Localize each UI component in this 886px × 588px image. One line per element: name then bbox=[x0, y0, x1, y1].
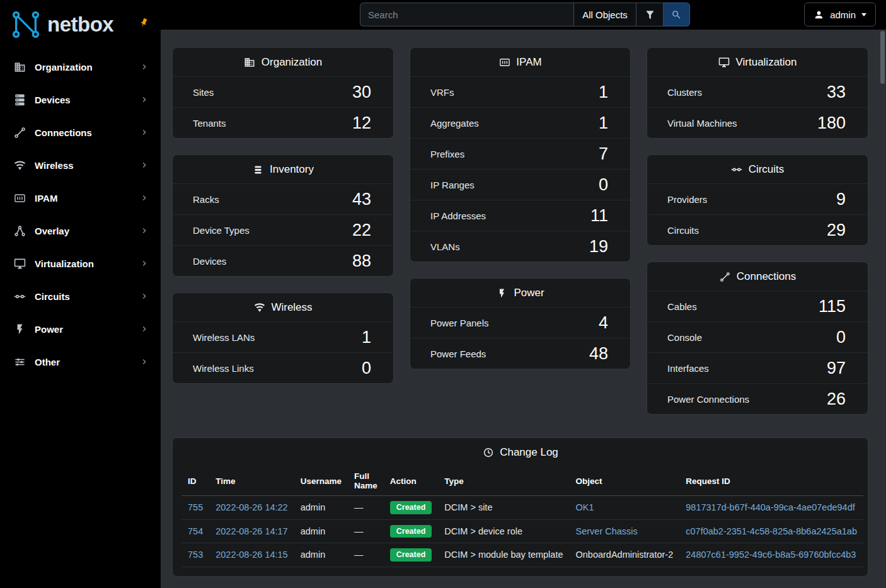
stat-value[interactable]: 0 bbox=[362, 359, 371, 378]
sidebar-item-label: Power bbox=[35, 324, 139, 335]
filter-button[interactable] bbox=[636, 3, 664, 26]
stack-icon bbox=[252, 164, 264, 176]
changelog-card: Change Log ID Time Username Full Name Ac… bbox=[172, 437, 868, 577]
stat-value[interactable]: 97 bbox=[827, 359, 846, 378]
change-time-link[interactable]: 2022-08-26 14:17 bbox=[216, 526, 288, 536]
chevron-right-icon bbox=[139, 127, 149, 137]
change-object-link[interactable]: OK1 bbox=[576, 502, 594, 512]
card-header: Power bbox=[410, 279, 630, 307]
stat-value[interactable]: 22 bbox=[352, 221, 371, 240]
chevron-right-icon bbox=[139, 62, 149, 72]
stat-row: Power Feeds 48 bbox=[410, 338, 630, 369]
change-type: DCIM > device role bbox=[444, 526, 522, 536]
monitor-icon bbox=[13, 257, 26, 270]
stat-value[interactable]: 11 bbox=[590, 206, 608, 226]
change-fullname: — bbox=[354, 502, 364, 512]
stat-value[interactable]: 43 bbox=[352, 190, 371, 209]
stat-value[interactable]: 9 bbox=[836, 190, 846, 209]
stat-value[interactable]: 0 bbox=[836, 328, 846, 347]
change-fullname: — bbox=[354, 526, 364, 536]
user-menu-button[interactable]: admin bbox=[804, 3, 876, 26]
card-title: Wireless bbox=[271, 301, 312, 314]
stat-value[interactable]: 88 bbox=[352, 251, 371, 271]
stat-value[interactable]: 1 bbox=[599, 113, 608, 133]
stat-label: VLANs bbox=[430, 241, 460, 252]
sidebar-item-connections[interactable]: Connections bbox=[0, 116, 161, 149]
stat-label: Circuits bbox=[667, 225, 699, 236]
netbox-wordmark: netbox bbox=[47, 13, 113, 37]
search-input[interactable] bbox=[360, 3, 573, 26]
card-header: Virtualization bbox=[647, 48, 868, 76]
change-id-link[interactable]: 754 bbox=[188, 526, 203, 536]
netbox-logo[interactable]: netbox bbox=[0, 0, 161, 48]
stat-row: Virtual Machines 180 bbox=[647, 107, 868, 138]
stat-row: Providers 9 bbox=[647, 183, 868, 214]
stat-value[interactable]: 115 bbox=[819, 297, 846, 316]
change-time-link[interactable]: 2022-08-26 14:22 bbox=[216, 502, 288, 512]
sidebar-item-organization[interactable]: Organization bbox=[0, 50, 161, 83]
table-header-row: ID Time Username Full Name Action Type O… bbox=[181, 466, 863, 496]
sidebar-item-ipam[interactable]: IPAM bbox=[0, 182, 161, 214]
stat-value[interactable]: 180 bbox=[817, 113, 846, 133]
stat-label: Interfaces bbox=[667, 363, 709, 374]
main-content: Organization Sites 30 Tenants 12 Invento… bbox=[161, 30, 886, 588]
chevron-right-icon bbox=[139, 226, 149, 236]
request-id-link[interactable]: 24807c61-9952-49c6-b8a5-69760bfcc4b3 bbox=[686, 550, 856, 560]
stat-label: IP Ranges bbox=[430, 180, 475, 190]
card-wireless: Wireless Wireless LANs 1 Wireless Links … bbox=[172, 292, 394, 384]
sidebar-item-wireless[interactable]: Wireless bbox=[0, 149, 161, 182]
sidebar-item-circuits[interactable]: Circuits bbox=[0, 280, 161, 313]
sidebar-item-virtualization[interactable]: Virtualization bbox=[0, 247, 161, 280]
sidebar-item-other[interactable]: Other bbox=[0, 345, 161, 378]
topbar: All Objects admin bbox=[161, 0, 886, 30]
tune-icon bbox=[13, 355, 26, 369]
scrollbar-thumb[interactable] bbox=[880, 31, 885, 84]
sidebar-item-power[interactable]: Power bbox=[0, 313, 161, 345]
change-id-link[interactable]: 753 bbox=[188, 550, 203, 560]
stat-row: Wireless Links 0 bbox=[173, 352, 393, 383]
change-username: admin bbox=[301, 550, 326, 560]
lightning-icon bbox=[13, 322, 26, 336]
stat-value[interactable]: 48 bbox=[589, 344, 608, 364]
sidebar-item-overlay[interactable]: Overlay bbox=[0, 214, 161, 247]
stat-value[interactable]: 26 bbox=[827, 389, 846, 409]
stat-label: Device Types bbox=[193, 225, 250, 236]
stat-value[interactable]: 30 bbox=[352, 83, 371, 102]
request-id-link[interactable]: c07f0ab2-2351-4c58-825a-8b6a2425a1ab bbox=[686, 526, 857, 536]
stat-value[interactable]: 1 bbox=[599, 83, 608, 102]
chevron-right-icon bbox=[139, 291, 149, 301]
stat-row: Clusters 33 bbox=[647, 76, 868, 107]
server-icon bbox=[13, 93, 26, 107]
object-type-select[interactable]: All Objects bbox=[573, 3, 636, 26]
card-header: IPAM bbox=[410, 48, 630, 76]
stat-value[interactable]: 0 bbox=[599, 175, 608, 195]
wifi-icon bbox=[13, 158, 26, 172]
stat-value[interactable]: 12 bbox=[352, 113, 371, 133]
change-object-link[interactable]: Server Chassis bbox=[576, 526, 638, 536]
stat-row: VRFs 1 bbox=[410, 76, 630, 107]
dashboard-column-1: Organization Sites 30 Tenants 12 Invento… bbox=[172, 47, 394, 384]
transit-icon bbox=[13, 289, 26, 303]
pin-sidebar-icon[interactable] bbox=[137, 16, 151, 32]
chevron-right-icon bbox=[139, 160, 149, 170]
stat-value[interactable]: 4 bbox=[599, 313, 608, 333]
stat-value[interactable]: 1 bbox=[362, 328, 371, 347]
change-time-link[interactable]: 2022-08-26 14:15 bbox=[216, 550, 288, 560]
stat-value[interactable]: 33 bbox=[827, 83, 846, 102]
stat-row: Power Connections 26 bbox=[647, 383, 868, 414]
chevron-right-icon bbox=[139, 95, 149, 105]
stat-row: Cables 115 bbox=[647, 291, 868, 321]
changelog-title: Change Log bbox=[500, 446, 558, 459]
change-id-link[interactable]: 755 bbox=[188, 502, 203, 512]
sidebar-item-label: Circuits bbox=[35, 291, 139, 302]
sidebar-item-devices[interactable]: Devices bbox=[0, 83, 161, 116]
stat-value[interactable]: 19 bbox=[589, 237, 608, 257]
stat-value[interactable]: 7 bbox=[599, 144, 608, 164]
stat-label: VRFs bbox=[430, 87, 454, 98]
request-id-link[interactable]: 9817317d-b67f-440a-99ca-4ae07ede94df bbox=[686, 502, 854, 512]
filter-icon bbox=[645, 9, 655, 20]
search-button[interactable] bbox=[664, 3, 690, 26]
card-title: Circuits bbox=[749, 163, 785, 176]
card-title: Virtualization bbox=[735, 56, 797, 69]
stat-value[interactable]: 29 bbox=[827, 221, 846, 240]
